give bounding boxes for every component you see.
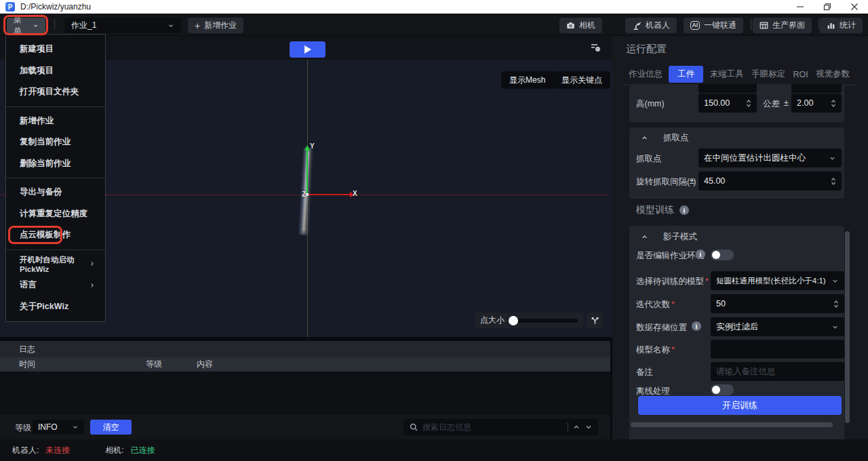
remark-label: 备注 <box>636 367 653 378</box>
stepper-icon[interactable] <box>831 178 836 185</box>
start-training-button[interactable]: 开启训练 <box>638 396 842 415</box>
edit-env-toggle[interactable] <box>711 249 734 260</box>
menu-item-repeat-accuracy[interactable]: 计算重复定位精度 <box>6 203 105 225</box>
stats-button[interactable]: 统计 <box>820 18 863 33</box>
menu-item-new-project[interactable]: 新建项目 <box>6 39 105 60</box>
tab-workpiece[interactable]: 工件 <box>669 66 703 83</box>
robot-button[interactable]: 机器人 <box>625 18 677 33</box>
toggle-knob <box>712 386 720 394</box>
production-ui-button[interactable]: 生产界面 <box>753 18 812 33</box>
horizontal-scrollbar[interactable] <box>631 422 833 427</box>
grasp-point-select[interactable]: 在中间位置估计出圆柱中心 <box>698 148 842 167</box>
one-key-link-button[interactable]: AI 一键联通 <box>684 18 744 33</box>
required-mark: * <box>705 277 709 286</box>
point-size-slider[interactable] <box>510 319 578 323</box>
log-col-level: 等级 <box>146 359 197 370</box>
storage-value: 实例过滤后 <box>716 321 831 333</box>
y-axis-label: Y <box>310 142 315 150</box>
display-settings-icon[interactable] <box>589 41 602 54</box>
tab-job-info[interactable]: 作业信息 <box>627 66 664 83</box>
log-clear-button[interactable]: 清空 <box>90 420 132 435</box>
job-select[interactable]: 作业_1 <box>64 18 181 33</box>
stepper-icon[interactable] <box>833 300 839 308</box>
rotation-interval-input-box <box>698 172 842 191</box>
train-model-select[interactable]: 短圆柱通用模型(长径比小于4:1) <box>711 271 844 290</box>
menu-item-new-job[interactable]: 新增作业 <box>6 111 105 132</box>
required-mark: * <box>671 300 675 309</box>
menu-button[interactable]: 菜单 <box>7 18 45 33</box>
add-job-label: 新增作业 <box>204 20 237 31</box>
menu-item-autostart[interactable]: 开机时自动启动PickWiz <box>6 254 105 275</box>
stepper-icon[interactable] <box>831 100 836 107</box>
stepper-icon[interactable] <box>746 100 751 107</box>
menu-divider <box>6 249 105 250</box>
menu-item-load-project[interactable]: 加载项目 <box>6 60 105 82</box>
info-icon[interactable]: i <box>679 205 689 215</box>
train-model-value: 短圆柱通用模型(长径比小于4:1) <box>716 276 831 286</box>
info-icon[interactable]: i <box>696 249 705 259</box>
menu-item-about[interactable]: 关于PickWiz <box>6 296 105 318</box>
menu-item-export-backup[interactable]: 导出与备份 <box>6 182 105 203</box>
toolbar-divider <box>751 19 751 30</box>
plus-icon: + <box>195 20 200 31</box>
iterations-input[interactable] <box>716 299 833 308</box>
ai-icon: AI <box>690 21 701 30</box>
search-next-icon[interactable] <box>585 423 593 431</box>
train-model-label: 选择待训练的模型* <box>636 276 709 287</box>
camera-status-value: 已连接 <box>131 445 155 456</box>
chevron-down-icon <box>829 155 836 162</box>
height-input[interactable] <box>704 98 746 108</box>
play-button[interactable] <box>290 41 326 58</box>
log-column-headers: 时间 等级 内容 <box>0 357 610 372</box>
offline-toggle[interactable] <box>711 384 734 395</box>
grid-icon <box>760 21 768 30</box>
remark-input[interactable] <box>716 367 839 376</box>
grasp-point-label: 抓取点 <box>636 153 662 165</box>
axis-view-button[interactable] <box>587 313 603 328</box>
menu-dropdown: 新建项目 加载项目 打开项目文件夹 新增作业 复制当前作业 删除当前作业 导出与… <box>5 34 106 322</box>
tolerance-input[interactable] <box>797 98 831 108</box>
info-icon[interactable]: i <box>692 321 701 331</box>
chevron-down-icon <box>831 277 839 285</box>
tolerance-label: 公差 <box>763 98 780 110</box>
chevron-right-icon <box>89 282 96 289</box>
rotation-interval-input[interactable] <box>704 176 831 186</box>
menu-item-label: 导出与备份 <box>20 186 96 198</box>
robot-status-value: 未连接 <box>45 445 70 456</box>
menu-item-copy-job[interactable]: 复制当前作业 <box>6 132 105 153</box>
model-name-input[interactable] <box>716 344 839 354</box>
tab-hand-eye-calib[interactable]: 手眼标定 <box>750 66 787 83</box>
log-search-input[interactable] <box>422 422 564 432</box>
menu-item-language[interactable]: 语言 <box>6 275 105 296</box>
tab-vision-params[interactable]: 视觉参数 <box>814 66 851 83</box>
slider-knob[interactable] <box>509 316 518 325</box>
search-prev-icon[interactable] <box>572 423 580 431</box>
menu-item-delete-job[interactable]: 删除当前作业 <box>6 153 105 175</box>
grasp-section-header[interactable]: 抓取点 <box>641 132 689 144</box>
shadow-section-header[interactable]: 影子模式 <box>641 231 697 243</box>
robot-status-label: 机器人: <box>12 445 39 456</box>
tab-end-tool[interactable]: 末端工具 <box>709 66 745 83</box>
tab-roi[interactable]: ROI <box>791 67 809 82</box>
camera-button[interactable]: 相机 <box>559 18 602 33</box>
show-keypoints-button[interactable]: 显示关键点 <box>553 71 610 89</box>
menu-item-label: 点云模板制作 <box>20 229 96 241</box>
close-icon[interactable] <box>841 0 868 14</box>
tolerance-input-box <box>791 94 842 113</box>
height-label: 高(mm) <box>636 98 665 110</box>
toolbar-divider <box>54 19 55 30</box>
bar-chart-icon <box>827 21 835 30</box>
model-training-title: 模型训练 <box>636 204 674 216</box>
add-job-button[interactable]: + 新增作业 <box>188 18 243 33</box>
restore-icon[interactable] <box>814 0 841 14</box>
log-level-select[interactable]: INFO <box>33 420 84 435</box>
show-mesh-button[interactable]: 显示Mesh <box>501 71 553 89</box>
log-controls: 等级 INFO 清空 <box>0 415 610 439</box>
search-icon <box>409 422 418 432</box>
vertical-scrollbar[interactable] <box>845 231 850 423</box>
menu-divider <box>6 106 105 107</box>
minimize-icon[interactable] <box>787 0 814 14</box>
menu-item-pointcloud-template[interactable]: 点云模板制作 <box>6 224 105 246</box>
menu-item-open-project-folder[interactable]: 打开项目文件夹 <box>6 81 105 103</box>
storage-select[interactable]: 实例过滤后 <box>711 317 844 336</box>
